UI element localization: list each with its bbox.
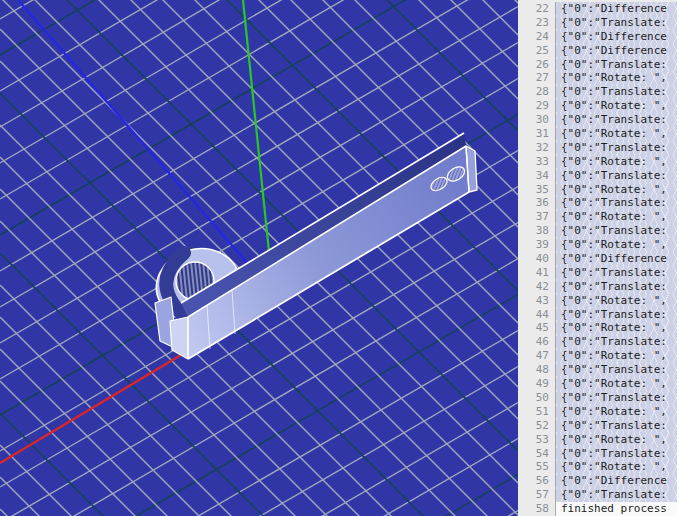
log-line: 45{"0":"Rotate: ", (518, 321, 677, 335)
3d-viewport[interactable] (0, 0, 518, 516)
log-line-number: 54 (518, 447, 555, 461)
log-line-number: 26 (518, 58, 555, 72)
log-line-text: {"0":"Rotate: ", (555, 183, 677, 197)
log-line-text: {"0":"Difference (555, 474, 677, 488)
log-line-text: {"0":"Translate: (555, 141, 677, 155)
log-line: 38{"0":"Translate: (518, 224, 677, 238)
log-line-text: {"0":"Rotate: ", (555, 127, 677, 141)
log-line-text: {"0":"Translate: (555, 488, 677, 502)
log-line-text: {"0":"Translate: (555, 280, 677, 294)
log-line-text: {"0":"Difference (555, 252, 677, 266)
log-line-number: 32 (518, 141, 555, 155)
log-line: 53{"0":"Rotate: ", (518, 433, 677, 447)
log-line-number: 34 (518, 169, 555, 183)
log-line-number: 36 (518, 196, 555, 210)
log-line: 46{"0":"Translate: (518, 335, 677, 349)
log-line-text: {"0":"Translate: (555, 169, 677, 183)
log-line: 33{"0":"Rotate: ", (518, 155, 677, 169)
log-line: 43{"0":"Rotate: ", (518, 294, 677, 308)
log-line: 47{"0":"Rotate: ", (518, 349, 677, 363)
log-line-text: {"0":"Rotate: ", (555, 405, 677, 419)
log-line-number: 23 (518, 16, 555, 30)
log-line-number: 47 (518, 349, 555, 363)
log-line-number: 31 (518, 127, 555, 141)
log-line-text: {"0":"Translate: (555, 308, 677, 322)
log-line-number: 45 (518, 321, 555, 335)
log-line: 55{"0":"Rotate: ", (518, 460, 677, 474)
log-line: 27{"0":"Rotate: ", (518, 71, 677, 85)
log-line: 57{"0":"Translate: (518, 488, 677, 502)
beam-end-cap-left (170, 317, 188, 359)
log-line-text: {"0":"Translate: (555, 58, 677, 72)
app-window: 22{"0":"Difference23{"0":"Translate:24{"… (0, 0, 677, 516)
log-line-number: 40 (518, 252, 555, 266)
log-line-number: 53 (518, 433, 555, 447)
log-line-number: 28 (518, 85, 555, 99)
log-line-number: 25 (518, 44, 555, 58)
log-line-text: {"0":"Rotate: ", (555, 294, 677, 308)
log-line-text: {"0":"Translate: (555, 391, 677, 405)
log-line: 52{"0":"Translate: (518, 419, 677, 433)
log-line: 58finished process (518, 502, 677, 516)
log-line-number: 42 (518, 280, 555, 294)
log-line-text: {"0":"Rotate: ", (555, 71, 677, 85)
3d-scene-canvas (0, 0, 518, 516)
log-line-text: {"0":"Translate: (555, 335, 677, 349)
log-line-text: finished process (555, 502, 677, 516)
log-line: 51{"0":"Rotate: ", (518, 405, 677, 419)
log-line-number: 33 (518, 155, 555, 169)
log-line: 25{"0":"Difference (518, 44, 677, 58)
log-line-number: 46 (518, 335, 555, 349)
x-axis (0, 352, 186, 463)
log-line-text: {"0":"Translate: (555, 224, 677, 238)
log-line-number: 44 (518, 308, 555, 322)
log-line: 23{"0":"Translate: (518, 16, 677, 30)
log-line-text: {"0":"Translate: (555, 419, 677, 433)
log-line-text: {"0":"Rotate: ", (555, 210, 677, 224)
log-line: 31{"0":"Rotate: ", (518, 127, 677, 141)
log-line-number: 39 (518, 238, 555, 252)
log-line-text: {"0":"Translate: (555, 196, 677, 210)
log-line-text: {"0":"Rotate: ", (555, 460, 677, 474)
log-line-number: 58 (518, 502, 555, 516)
log-line-text: {"0":"Translate: (555, 16, 677, 30)
log-line-number: 43 (518, 294, 555, 308)
log-line: 48{"0":"Translate: (518, 363, 677, 377)
log-line-text: {"0":"Rotate: ", (555, 433, 677, 447)
log-line: 30{"0":"Translate: (518, 113, 677, 127)
log-line-number: 51 (518, 405, 555, 419)
log-line-number: 56 (518, 474, 555, 488)
log-line-number: 24 (518, 30, 555, 44)
log-line-text: {"0":"Difference (555, 30, 677, 44)
log-line-number: 22 (518, 2, 555, 16)
log-line: 41{"0":"Translate: (518, 266, 677, 280)
log-line: 44{"0":"Translate: (518, 308, 677, 322)
log-line: 37{"0":"Rotate: ", (518, 210, 677, 224)
log-line-text: {"0":"Translate: (555, 447, 677, 461)
log-line: 49{"0":"Rotate: ", (518, 377, 677, 391)
log-line-text: {"0":"Translate: (555, 266, 677, 280)
log-line-number: 38 (518, 224, 555, 238)
log-line: 22{"0":"Difference (518, 2, 677, 16)
log-line-number: 30 (518, 113, 555, 127)
log-line-text: {"0":"Rotate: ", (555, 349, 677, 363)
log-line-text: {"0":"Translate: (555, 363, 677, 377)
log-line-number: 29 (518, 99, 555, 113)
log-line-number: 48 (518, 363, 555, 377)
log-line-text: {"0":"Rotate: ", (555, 321, 677, 335)
log-line-text: {"0":"Rotate: ", (555, 377, 677, 391)
log-rows: 22{"0":"Difference23{"0":"Translate:24{"… (518, 0, 677, 516)
log-line: 39{"0":"Rotate: ", (518, 238, 677, 252)
log-line-text: {"0":"Rotate: ", (555, 155, 677, 169)
log-line-text: {"0":"Translate: (555, 113, 677, 127)
log-line-number: 37 (518, 210, 555, 224)
log-line-number: 50 (518, 391, 555, 405)
log-line: 54{"0":"Translate: (518, 447, 677, 461)
log-line: 35{"0":"Rotate: ", (518, 183, 677, 197)
log-line: 29{"0":"Rotate: ", (518, 99, 677, 113)
log-line-text: {"0":"Translate: (555, 85, 677, 99)
log-line: 36{"0":"Translate: (518, 196, 677, 210)
log-line: 28{"0":"Translate: (518, 85, 677, 99)
console-log-panel[interactable]: 22{"0":"Difference23{"0":"Translate:24{"… (518, 0, 677, 516)
log-line-number: 35 (518, 183, 555, 197)
